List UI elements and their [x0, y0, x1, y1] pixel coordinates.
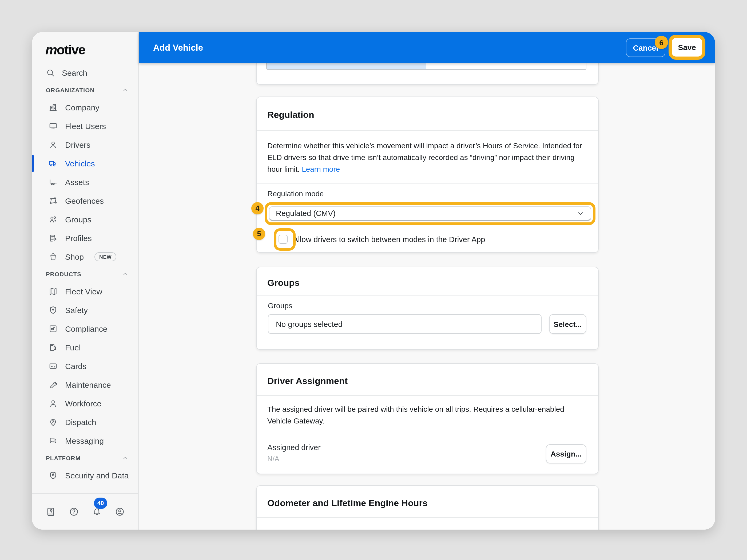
sidebar-item-fleet-view[interactable]: Fleet View	[32, 282, 138, 301]
driver-assignment-description: The assigned driver will be paired with …	[257, 396, 598, 435]
mode-switch-row: Allow drivers to switch between modes in…	[267, 228, 588, 253]
assign-driver-button[interactable]: Assign...	[546, 444, 586, 463]
groups-select-button[interactable]: Select...	[549, 314, 586, 334]
search-label: Search	[62, 68, 87, 77]
chevron-up-icon	[122, 271, 129, 277]
sidebar-item-vehicles[interactable]: Vehicles	[32, 154, 138, 173]
vehicle-field-input[interactable]	[266, 63, 586, 70]
annotation-ring-checkbox	[274, 228, 295, 251]
groups-card: Groups Groups Select...	[256, 267, 599, 350]
sidebar-item-company[interactable]: Company	[32, 98, 138, 117]
notification-count-badge: 40	[94, 497, 107, 509]
sidebar-item-groups[interactable]: Groups	[32, 210, 138, 229]
person-icon	[49, 399, 58, 408]
sidebar-item-assets[interactable]: Assets	[32, 173, 138, 191]
trailer-icon	[49, 178, 58, 187]
sidebar-item-profiles[interactable]: Profiles	[32, 229, 138, 247]
sidebar-item-fleet-users[interactable]: Fleet Users	[32, 117, 138, 135]
form-scroll-area: Regulation Determine whether this vehicl…	[139, 63, 715, 530]
truck-icon	[49, 159, 58, 168]
sidebar-item-drivers[interactable]: Drivers	[32, 135, 138, 154]
vehicle-info-card-partial	[256, 63, 599, 85]
sidebar-item-fuel[interactable]: Fuel	[32, 338, 138, 357]
sidebar-item-compliance[interactable]: Compliance	[32, 319, 138, 338]
regulation-mode-dropdown[interactable]: Regulated (CMV)	[269, 206, 591, 221]
chart-doc-icon	[49, 324, 58, 334]
odometer-title: Odometer and Lifetime Engine Hours	[267, 498, 428, 509]
help-icon[interactable]	[68, 506, 79, 517]
groups-title: Groups	[267, 277, 300, 288]
driver-assignment-title: Driver Assignment	[267, 376, 347, 386]
chat-bubbles-icon	[49, 436, 58, 445]
map-pin-icon	[49, 418, 58, 427]
divider	[257, 517, 598, 518]
sidebar-item-maintenance[interactable]: Maintenance	[32, 375, 138, 394]
shield-lock-icon	[49, 471, 58, 480]
assigned-driver-label: Assigned driver	[267, 443, 586, 452]
annotation-badge-4: 4	[251, 202, 264, 214]
section-organization[interactable]: ORGANIZATION	[32, 82, 138, 98]
profile-gear-icon	[49, 234, 58, 243]
annotation-badge-5: 5	[253, 228, 265, 240]
search-button[interactable]: Search	[32, 63, 138, 82]
shield-icon	[49, 305, 58, 315]
credit-card-icon	[49, 362, 58, 371]
notifications-bell-icon[interactable]: 40	[91, 506, 102, 517]
assigned-driver-value: N/A	[267, 455, 586, 463]
person-icon	[49, 140, 58, 149]
chevron-up-icon	[122, 455, 129, 461]
guide-book-icon[interactable]	[45, 506, 56, 517]
allow-mode-switch-label: Allow drivers to switch between modes in…	[293, 235, 485, 244]
odometer-card: Odometer and Lifetime Engine Hours	[256, 485, 599, 530]
account-icon[interactable]	[114, 506, 125, 517]
regulation-mode-value: Regulated (CMV)	[276, 209, 336, 218]
app-window: mmotiveotive Search ORGANIZATION Company…	[32, 32, 715, 530]
people-icon	[49, 215, 58, 224]
sidebar: mmotiveotive Search ORGANIZATION Company…	[32, 32, 139, 530]
regulation-mode-label: Regulation mode	[267, 189, 588, 198]
regulation-title: Regulation	[267, 110, 314, 121]
shopping-bag-icon	[49, 252, 58, 261]
annotation-badge-6: 6	[655, 36, 668, 49]
groups-field-label: Groups	[268, 301, 586, 310]
learn-more-link[interactable]: Learn more	[302, 165, 340, 174]
new-badge: NEW	[95, 252, 116, 261]
sidebar-item-security-and-data[interactable]: Security and Data	[32, 466, 138, 485]
assigned-driver-row: Assigned driver N/A Assign...	[257, 435, 598, 463]
regulation-card: Regulation Determine whether this vehicl…	[256, 97, 599, 253]
sidebar-item-shop[interactable]: Shop NEW	[32, 247, 138, 266]
map-icon	[49, 287, 58, 296]
monitor-icon	[49, 122, 58, 131]
polygon-icon	[49, 196, 58, 205]
search-icon	[46, 68, 55, 77]
page-title: Add Vehicle	[153, 43, 203, 53]
main-area: Add Vehicle Cancel 6 Save Regulation	[139, 32, 715, 530]
sidebar-footer: 40	[32, 494, 138, 530]
sidebar-item-cards[interactable]: Cards	[32, 357, 138, 375]
sidebar-item-workforce[interactable]: Workforce	[32, 394, 138, 413]
chevron-down-icon	[577, 210, 584, 217]
building-icon	[49, 103, 58, 112]
save-button[interactable]: Save	[669, 35, 705, 60]
sidebar-item-messaging[interactable]: Messaging	[32, 431, 138, 450]
autofill-highlight	[267, 63, 426, 69]
sidebar-nav: ORGANIZATION Company Fleet Users Drivers	[32, 82, 138, 530]
header-actions: Cancel 6 Save	[626, 32, 705, 63]
sidebar-item-safety[interactable]: Safety	[32, 301, 138, 319]
groups-input[interactable]	[268, 314, 542, 334]
fuel-pump-icon	[49, 343, 58, 352]
chevron-up-icon	[122, 87, 129, 93]
page-header: Add Vehicle Cancel 6 Save	[139, 32, 715, 63]
sidebar-item-geofences[interactable]: Geofences	[32, 191, 138, 210]
section-platform[interactable]: PLATFORM	[32, 450, 138, 466]
motive-logo: mmotiveotive	[32, 32, 138, 59]
driver-assignment-card: Driver Assignment The assigned driver wi…	[256, 363, 599, 474]
regulation-description: Determine whether this vehicle’s movemen…	[257, 131, 598, 184]
wrench-icon	[49, 380, 58, 389]
annotation-ring-dropdown: Regulated (CMV)	[265, 202, 595, 225]
section-products[interactable]: PRODUCTS	[32, 266, 138, 282]
sidebar-item-dispatch[interactable]: Dispatch	[32, 413, 138, 431]
